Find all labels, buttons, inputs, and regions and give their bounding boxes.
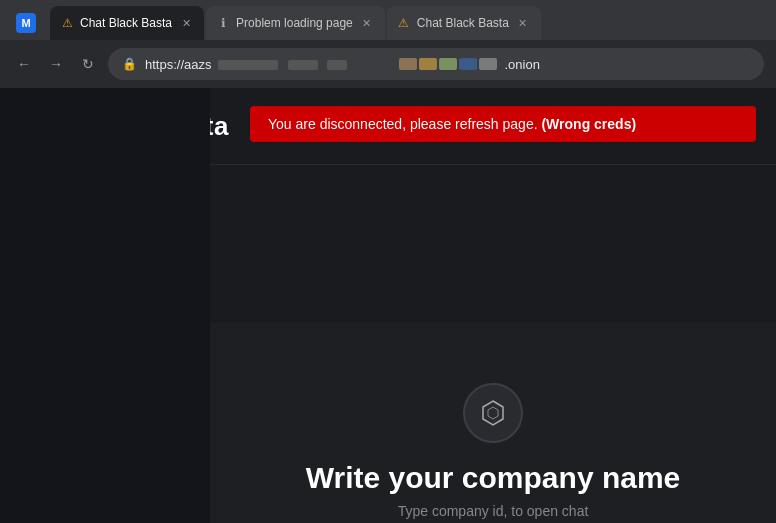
error-message-text: You are disconnected, please refresh pag…	[268, 116, 538, 132]
tab-bar: M ⚠ Chat Black Basta ✕ ℹ Problem loading…	[0, 0, 776, 40]
left-sidebar-area	[0, 88, 210, 523]
center-brand-icon	[463, 383, 523, 443]
back-button[interactable]: ←	[12, 52, 36, 76]
page-content: Black Basta You are disconnected, please…	[0, 88, 776, 523]
tab-label-3: Chat Black Basta	[417, 16, 509, 30]
tab-close-2[interactable]: ✕	[359, 15, 375, 31]
error-banner: You are disconnected, please refresh pag…	[250, 106, 756, 142]
url-color-swatches	[399, 58, 497, 70]
url-text-start: https://aazs	[145, 57, 391, 72]
error-bold-text: (Wrong creds)	[541, 116, 636, 132]
reload-button[interactable]: ↻	[76, 52, 100, 76]
lock-icon: 🔒	[122, 57, 137, 71]
tab-close-3[interactable]: ✕	[515, 15, 531, 31]
url-bar[interactable]: 🔒 https://aazs .onion	[108, 48, 764, 80]
url-suffix: .onion	[505, 57, 751, 72]
address-bar: ← → ↻ 🔒 https://aazs .onion	[0, 40, 776, 88]
tab-label-1: Chat Black Basta	[80, 16, 172, 30]
tab-favicon-3: ⚠	[397, 16, 411, 30]
tab-problem-loading[interactable]: ℹ Problem loading page ✕	[206, 6, 385, 40]
tab-favicon-2: ℹ	[216, 16, 230, 30]
tab-chat-black-basta-1[interactable]: ⚠ Chat Black Basta ✕	[50, 6, 204, 40]
center-title: Write your company name	[306, 461, 681, 495]
svg-marker-4	[483, 401, 503, 425]
browser-chrome: M ⚠ Chat Black Basta ✕ ℹ Problem loading…	[0, 0, 776, 88]
malwarebytes-button[interactable]: M	[8, 6, 44, 40]
tab-chat-black-basta-2[interactable]: ⚠ Chat Black Basta ✕	[387, 6, 541, 40]
svg-text:M: M	[21, 17, 30, 29]
svg-marker-5	[488, 407, 498, 419]
tab-close-1[interactable]: ✕	[178, 15, 194, 31]
center-subtitle: Type company id, to open chat	[398, 503, 589, 519]
forward-button[interactable]: →	[44, 52, 68, 76]
tab-label-2: Problem loading page	[236, 16, 353, 30]
tab-favicon-1: ⚠	[60, 16, 74, 30]
center-content-area: Write your company name Type company id,…	[210, 323, 776, 523]
